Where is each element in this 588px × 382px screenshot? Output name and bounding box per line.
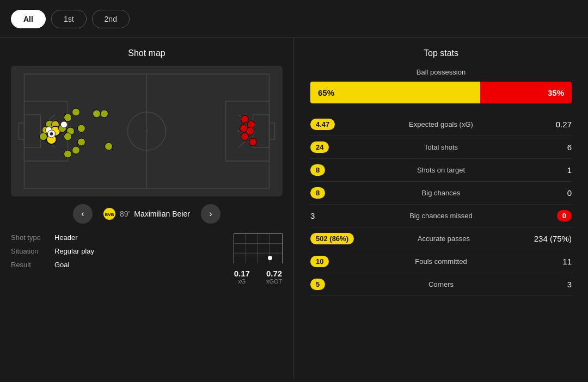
stat-label: Accurate passes [354,235,534,243]
stat-label: Shots on target [348,166,534,174]
svg-text:BVB: BVB [105,212,114,217]
stat-away-val: 0 [534,210,572,221]
prev-shot-button[interactable]: ‹ [73,204,93,224]
stat-row: 10 Fouls committed 11 [310,250,572,273]
stat-row: 4.47 Expected goals (xG) 0.27 [310,113,572,136]
svg-point-40 [249,138,257,146]
svg-point-39 [241,133,249,140]
filter-1st-button[interactable]: 1st [51,10,87,28]
goal-dot [268,256,272,260]
stat-home-badge: 10 [310,256,329,267]
situation-label: Situation [11,247,49,255]
stat-home-badge: 4.47 [310,119,335,130]
stat-row: 8 Big chances 0 [310,182,572,205]
stat-away-val: 0 [534,188,572,198]
svg-point-10 [237,130,240,132]
xgot-label: xGOT [266,278,282,285]
svg-point-24 [64,133,72,140]
stat-away-value: 1 [567,165,572,175]
shot-type-label: Shot type [11,233,49,242]
filter-all-button[interactable]: All [11,10,46,28]
xg-label: xG [238,278,246,285]
next-shot-button[interactable]: › [201,204,220,224]
stat-home-val: 502 (86%) [310,233,354,244]
xgot-value: 0.72 [266,269,282,278]
svg-point-30 [50,132,53,135]
stat-row: 502 (86%) Accurate passes 234 (75%) [310,227,572,250]
stat-home-val: 4.47 [310,119,348,130]
shot-player-name: Maximilian Beier [134,210,190,218]
shot-xg-row: 0.17 xG 0.72 xGOT [234,269,283,285]
svg-point-14 [72,108,80,116]
stat-row: 5 Corners 3 [310,273,572,296]
stat-home-val: 10 [310,256,348,267]
stat-row: 8 Shots on target 1 [310,159,572,182]
stat-home-val: 24 [310,141,348,153]
svg-point-32 [105,143,113,150]
possession-bar: 65% 35% [310,82,572,103]
stat-home-val: 3 [310,211,348,220]
stat-away-value: 6 [567,143,572,152]
possession-label: Ball possession [310,68,572,76]
dortmund-badge-icon: BVB [103,208,115,220]
goal-net-container: 0.17 xG 0.72 xGOT [234,233,283,285]
stat-away-val: 6 [534,143,572,152]
stat-away-val: 11 [534,257,572,266]
svg-point-23 [78,125,85,132]
svg-point-16 [101,110,108,118]
top-stats-panel: Top stats Ball possession 65% 35% 4.47 E… [294,38,588,379]
stat-away-value: 3 [567,280,572,289]
stat-home-value: 3 [310,211,315,220]
stat-home-val: 8 [310,187,348,199]
result-value: Goal [54,261,69,269]
stat-home-val: 8 [310,164,348,176]
stat-label: Big chances [348,189,534,197]
result-row: Result Goal [11,261,217,269]
main-content: Shot map [0,38,588,379]
shot-meta: Shot type Header Situation Regular play … [11,233,217,274]
svg-point-33 [72,146,80,154]
stat-away-badge: 0 [557,210,572,221]
stat-label: Fouls committed [348,257,534,266]
svg-point-35 [241,115,249,123]
stat-home-val: 5 [310,279,348,290]
stat-away-val: 0.27 [534,120,572,129]
filter-2nd-button[interactable]: 2nd [92,10,130,28]
stat-row: 24 Total shots 6 [310,136,572,159]
possession-home: 65% [310,82,480,103]
svg-point-13 [64,114,72,121]
result-label: Result [11,261,49,269]
svg-point-34 [64,150,72,158]
xg-value: 0.17 [234,269,250,278]
stat-row: 3 Big chances missed 0 [310,205,572,227]
stat-label: Expected goals (xG) [348,120,534,128]
possession-away-value: 35% [548,88,564,97]
shot-player-info: BVB 89' Maximilian Beier [103,208,190,220]
xgot-item: 0.72 xGOT [266,269,282,285]
shot-type-value: Header [54,233,78,242]
stat-away-value: 0.27 [556,120,572,129]
top-stats-title: Top stats [310,48,572,58]
shot-time: 89' [120,210,130,218]
shot-navigation: ‹ BVB 89' Maximilian Beier › [11,204,283,224]
stat-away-value: 234 (75%) [534,234,572,243]
situation-row: Situation Regular play [11,247,217,255]
stat-away-val: 3 [534,280,572,289]
svg-point-26 [40,133,47,140]
stat-away-value: 0 [567,188,572,198]
goal-net-lines-icon [234,234,282,263]
stat-label: Big chances missed [348,212,534,220]
stat-home-badge: 24 [310,141,329,153]
shot-map-panel: Shot map [0,38,294,379]
svg-point-31 [78,138,85,146]
stat-away-value: 11 [562,257,572,266]
possession-home-value: 65% [318,88,334,97]
possession-away: 35% [480,82,572,103]
stat-away-val: 234 (75%) [534,234,572,243]
shot-type-row: Shot type Header [11,233,217,242]
svg-point-28 [61,121,68,128]
xg-item: 0.17 xG [234,269,250,285]
situation-value: Regular play [54,247,94,255]
shot-details: Shot type Header Situation Regular play … [11,233,283,285]
stat-home-badge: 8 [310,187,325,199]
